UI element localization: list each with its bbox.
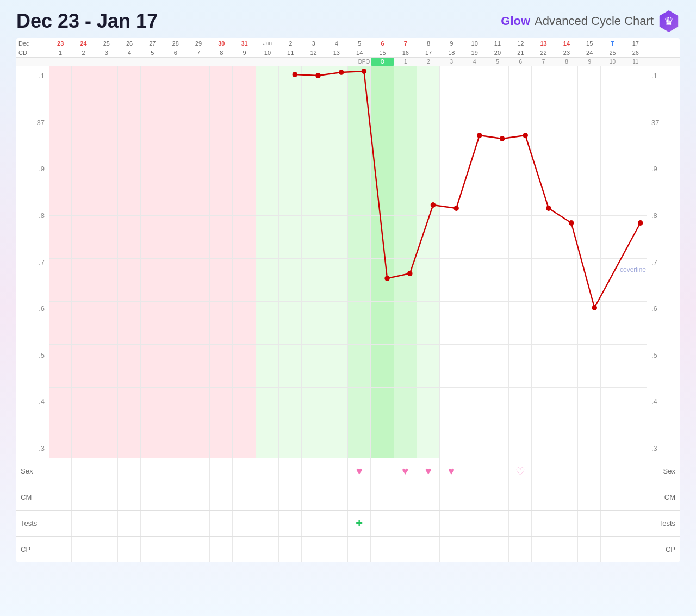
sex-col-19: [486, 458, 509, 484]
cm-col-25: [624, 484, 647, 510]
cd-12: 12: [302, 48, 325, 57]
dpo-d4: 4: [463, 58, 486, 66]
temp-point-3: [362, 69, 366, 74]
cm-col-21: [532, 484, 555, 510]
sex-col-7: [210, 458, 233, 484]
sex-col-15[interactable]: ♥: [394, 458, 417, 484]
dpo-8: [210, 58, 233, 66]
sex-label-right: Sex: [647, 467, 680, 475]
y-label-r8: .8: [647, 211, 680, 220]
sex-col-13[interactable]: ♥: [348, 458, 371, 484]
cd-18: 18: [440, 48, 463, 57]
tests-col-7: [210, 511, 233, 536]
date-29: 29: [187, 38, 210, 48]
y-label-r3: .3: [647, 444, 680, 452]
temp-chart-svg: [49, 66, 647, 458]
sex-row: Sex ♥ ♥ ♥ ♥ ♡ Sex: [16, 458, 680, 484]
cd-10: 10: [256, 48, 279, 57]
date-14: 14: [555, 38, 578, 48]
dpo-12: [302, 58, 325, 66]
cm-col-23: [578, 484, 601, 510]
temp-point-6: [431, 202, 436, 208]
cd-14: 14: [348, 48, 371, 57]
tests-col-5: [164, 511, 187, 536]
plus-icon-13: +: [356, 517, 363, 531]
y-label-r5: .5: [647, 351, 680, 359]
cm-col-20: [509, 484, 532, 510]
cm-label: CM: [16, 493, 49, 501]
tests-col-4: [141, 511, 164, 536]
cp-row: CP CP: [16, 536, 680, 562]
cd-3: 3: [95, 48, 118, 57]
dpo-O: O: [371, 58, 394, 66]
month-jan: Jan: [256, 38, 279, 48]
cd-11: 11: [279, 48, 302, 57]
date-10: 10: [463, 38, 486, 48]
temp-point-8: [477, 133, 482, 138]
cp-label-right: CP: [647, 545, 680, 553]
cd-6: 6: [164, 48, 187, 57]
date-27: 27: [141, 38, 164, 48]
temp-point-1: [315, 73, 320, 78]
cp-col-7: [210, 537, 233, 562]
temp-point-7: [453, 206, 458, 211]
date-T: T: [601, 38, 624, 48]
tests-col-3: [118, 511, 141, 536]
cp-col-16: [417, 537, 440, 562]
cm-col-18: [463, 484, 486, 510]
dpo-11: [279, 58, 302, 66]
heart-filled-13: ♥: [356, 465, 363, 477]
sex-col-8: [233, 458, 256, 484]
tests-col-0: [49, 511, 72, 536]
y-label-3: .3: [16, 444, 49, 452]
cm-col-16: [417, 484, 440, 510]
cp-label: CP: [16, 545, 49, 553]
date-3: 3: [302, 38, 325, 48]
date-17: 17: [624, 38, 647, 48]
tests-col-13[interactable]: +: [348, 511, 371, 536]
chart-area: coverline .1 37 .9 .8 .7 .6 .5 .4 .3 .1 …: [16, 66, 680, 458]
sex-col-9: [256, 458, 279, 484]
cm-col-15: [394, 484, 417, 510]
date-9: 9: [440, 38, 463, 48]
cm-col-9: [256, 484, 279, 510]
sex-col-6: [187, 458, 210, 484]
cp-col-21: [532, 537, 555, 562]
sex-col-22: [555, 458, 578, 484]
header: Dec 23 - Jan 17 Glow Advanced Cycle Char…: [0, 0, 696, 38]
y-label-6: .6: [16, 304, 49, 313]
temp-point-5: [407, 271, 412, 276]
cp-col-19: [486, 537, 509, 562]
date-6: 6: [371, 38, 394, 48]
cd-17: 17: [417, 48, 440, 57]
sex-col-20[interactable]: ♡: [509, 458, 532, 484]
date-26: 26: [118, 38, 141, 48]
sex-col-11: [302, 458, 325, 484]
chart-container: Dec 23 24 25 26 27 28 29 30 31 Jan 2 3 4…: [16, 38, 680, 562]
temp-point-11: [546, 206, 551, 211]
tests-col-24: [601, 511, 624, 536]
date-8: 8: [417, 38, 440, 48]
cm-col-24: [601, 484, 624, 510]
heart-filled-17: ♥: [448, 465, 455, 477]
dpo-2: [72, 58, 95, 66]
cp-col-11: [302, 537, 325, 562]
dpo-d2: 2: [417, 58, 440, 66]
cd-23: 23: [555, 48, 578, 57]
tests-col-17: [440, 511, 463, 536]
cm-col-22: [555, 484, 578, 510]
sex-col-17[interactable]: ♥: [440, 458, 463, 484]
sex-col-14: [371, 458, 394, 484]
cd-25: 25: [601, 48, 624, 57]
dpo-13: [325, 58, 348, 66]
cp-col-22: [555, 537, 578, 562]
date-range: Dec 23 - Jan 17: [16, 10, 158, 33]
y-label-5: .5: [16, 351, 49, 359]
date-7: 7: [394, 38, 417, 48]
tests-col-11: [302, 511, 325, 536]
y-label-9: .9: [16, 165, 49, 173]
cd-21: 21: [509, 48, 532, 57]
sex-col-16[interactable]: ♥: [417, 458, 440, 484]
tests-col-19: [486, 511, 509, 536]
dpo-7: [187, 58, 210, 66]
